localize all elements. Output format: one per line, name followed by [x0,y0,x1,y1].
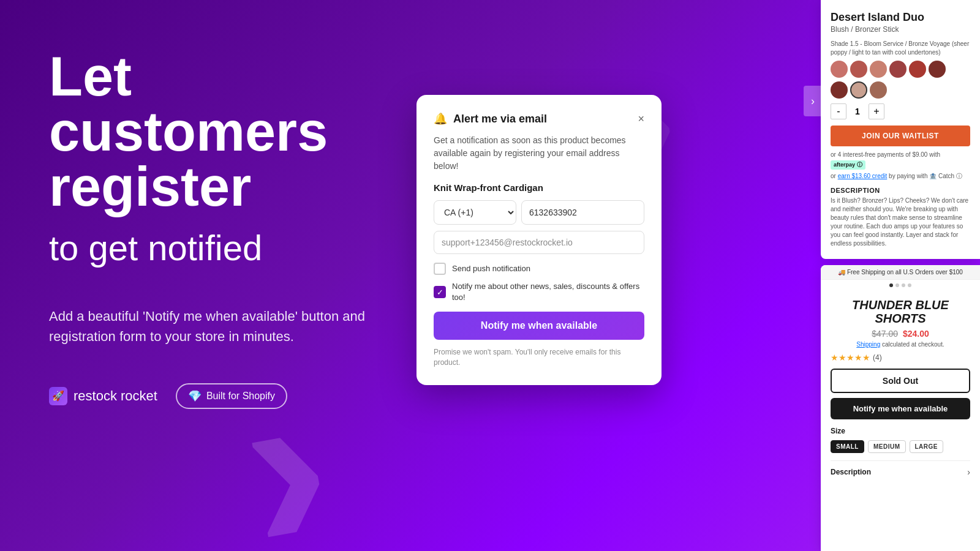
size-large[interactable]: LARGE [910,440,944,453]
waitlist-button[interactable]: JOIN OUR WAITLIST [831,126,970,146]
afterpay-badge-row: afterpay ⓘ [831,160,970,170]
catch-row: or earn $13.60 credit by paying with 🏦 C… [831,172,970,181]
swatch-6[interactable] [929,61,946,78]
desc-row-label: Description [831,468,871,476]
price-row: $47.00 $24.00 [831,329,970,339]
right-panels: Desert Island Duo Blush / Bronzer Stick … [821,0,980,551]
notify-available-button[interactable]: Notify me when available [434,312,644,340]
size-small[interactable]: SMALL [831,440,864,453]
swatch-7[interactable] [831,81,848,99]
afterpay-row: or 4 interest-free payments of $9.00 wit… [831,151,970,158]
swatch-2[interactable] [850,61,867,78]
reviews-count: (4) [873,353,882,362]
brand-logo: 🚀 restock rocket [49,387,157,405]
dot-3[interactable] [902,283,905,287]
marketing-checkbox[interactable]: ✓ [434,286,446,298]
notify-available-bottom-button[interactable]: Notify me when available [831,398,970,419]
marketing-row: ✓ Notify me about other news, sales, dis… [434,281,644,303]
phone-number-input[interactable] [521,200,644,225]
dot-1[interactable] [889,283,893,287]
swatch-1[interactable] [831,61,848,78]
qty-plus-button[interactable]: + [869,103,884,119]
size-medium[interactable]: MEDIUM [868,440,906,453]
phone-row: CA (+1) [434,200,644,225]
image-dots [821,280,980,291]
stars: ★★★★★ [831,353,870,362]
swatch-3[interactable] [870,61,887,78]
email-input[interactable] [434,231,644,254]
shipping-calc: Shipping calculated at checkout. [831,341,970,348]
panel-product-title: Desert Island Duo [831,11,970,24]
description-title: DESCRIPTION [831,187,970,194]
qty-minus-button[interactable]: - [831,103,846,119]
size-label: Size [831,427,970,435]
modal-description: Get a notification as soon as this produ… [434,134,644,173]
swatch-8-selected[interactable] [850,81,867,99]
brand-row: 🚀 restock rocket 💎 Built for Shopify [49,383,368,409]
left-section: Let customers register to get notified A… [49,49,368,409]
brand-name: restock rocket [74,388,157,404]
dot-4[interactable] [908,283,911,287]
modal-product-name: Knit Wrap-front Cardigan [434,182,644,193]
nav-arrow-right[interactable]: › [804,86,822,116]
swatch-9[interactable] [870,81,887,99]
marketing-label: Notify me about other news, sales, disco… [452,281,644,303]
bell-icon: 🔔 [434,112,447,126]
alert-modal: 🔔 Alert me via email × Get a notificatio… [417,95,662,385]
qty-value: 1 [851,107,864,116]
spam-note: Promise we won't spam. You'll only recei… [434,347,644,368]
sold-out-button[interactable]: Sold Out [831,369,970,393]
modal-close-button[interactable]: × [638,113,644,124]
quantity-row: - 1 + [831,103,970,119]
main-headline: Let customers register [49,49,368,214]
description-accordion[interactable]: Description › [831,460,970,477]
panel-product-subtitle: Blush / Bronzer Stick [831,25,970,34]
description-text: Add a beautiful 'Notify me when availabl… [49,306,368,347]
push-notification-row: Send push notification [434,263,644,275]
size-options: SMALL MEDIUM LARGE [831,440,970,453]
shopify-badge: 💎 Built for Shopify [176,383,287,409]
shipping-link[interactable]: Shipping [856,341,880,348]
panel-bottom-content: THUNDER BLUE SHORTS $47.00 $24.00 Shippi… [821,291,980,484]
modal-title: 🔔 Alert me via email [434,112,547,126]
shopify-badge-label: Built for Shopify [206,391,275,402]
panel-desert-island-duo: Desert Island Duo Blush / Bronzer Stick … [821,0,980,259]
phone-country-select[interactable]: CA (+1) [434,200,516,225]
description-body: Is it Blush? Bronzer? Lips? Cheeks? We d… [831,197,970,248]
shade-label: Shade 1.5 - Bloom Service / Bronze Voyag… [831,40,970,57]
new-price: $24.00 [903,329,929,339]
chevron-down-icon: › [967,467,970,477]
push-notification-checkbox[interactable] [434,263,446,275]
afterpay-text: or 4 interest-free payments of $9.00 wit… [831,151,940,158]
old-price: $47.00 [872,329,898,339]
swatch-5[interactable] [909,61,926,78]
thunder-product-title: THUNDER BLUE SHORTS [831,298,970,325]
free-shipping-bar: 🚚 Free Shipping on all U.S Orders over $… [821,265,980,280]
panel-thunder-blue-shorts: 🚚 Free Shipping on all U.S Orders over $… [821,265,980,551]
modal-header: 🔔 Alert me via email × [434,112,644,126]
swatch-4[interactable] [889,61,907,78]
push-notification-label: Send push notification [452,263,530,274]
sub-headline: to get notified [49,227,368,269]
dot-2[interactable] [895,283,899,287]
swatches-row2 [831,81,970,99]
gem-icon: 💎 [188,389,202,403]
catch-credit-link[interactable]: earn $13.60 credit [838,173,888,179]
afterpay-badge: afterpay ⓘ [831,160,865,170]
rocket-icon: 🚀 [49,387,67,405]
ratings-row: ★★★★★ (4) [831,353,970,362]
swatches-row1 [831,61,970,78]
